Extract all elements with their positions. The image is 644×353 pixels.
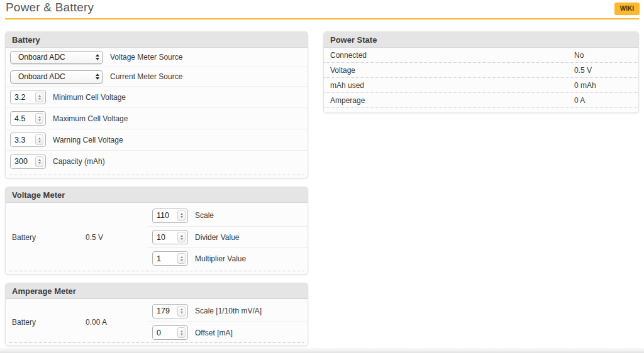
voltage-meter-source-value: Onboard ADC bbox=[18, 53, 65, 62]
ps-mah-used-label: mAh used bbox=[330, 81, 364, 90]
current-meter-source-select[interactable]: Onboard ADC bbox=[10, 70, 103, 84]
select-arrows-icon bbox=[96, 73, 99, 80]
maximum-cell-voltage-input[interactable] bbox=[12, 114, 32, 123]
stepper-icon[interactable] bbox=[177, 306, 186, 317]
vm-multiplier-row: Multiplier Value bbox=[147, 247, 307, 269]
amperage-meter-source-name: Battery bbox=[12, 318, 36, 327]
warning-cell-voltage-row: Warning Cell Voltage bbox=[6, 129, 308, 151]
vm-divider-field bbox=[152, 230, 188, 244]
warning-cell-voltage-label: Warning Cell Voltage bbox=[53, 136, 123, 144]
table-row: Voltage 0.5 V bbox=[324, 63, 638, 78]
ps-connected-value: No bbox=[574, 51, 584, 60]
stepper-icon[interactable] bbox=[177, 210, 186, 221]
warning-cell-voltage-field bbox=[10, 133, 46, 147]
stepper-icon[interactable] bbox=[177, 232, 186, 242]
vm-scale-row: Scale bbox=[147, 205, 307, 226]
maximum-cell-voltage-row: Maximum Cell Voltage bbox=[6, 108, 308, 129]
minimum-cell-voltage-row: Minimum Cell Voltage bbox=[6, 87, 308, 108]
voltage-meter-source-label: Voltage Meter Source bbox=[110, 53, 182, 62]
vm-scale-input[interactable] bbox=[154, 211, 174, 220]
wiki-button[interactable]: WIKI bbox=[614, 3, 640, 15]
current-meter-source-value: Onboard ADC bbox=[18, 72, 65, 81]
am-scale-row: Scale [1/10th mV/A] bbox=[147, 300, 307, 322]
amperage-meter-panel: Amperage Meter Battery 0.00 A Scale [1/1… bbox=[5, 283, 308, 346]
voltage-meter-panel: Voltage Meter Battery 0.5 V Scale Divide… bbox=[5, 187, 308, 274]
stepper-icon[interactable] bbox=[35, 134, 43, 145]
power-state-panel: Power State Connected No Voltage 0.5 V m… bbox=[323, 31, 639, 113]
table-row: Amperage 0 A bbox=[324, 93, 638, 108]
capacity-input[interactable] bbox=[12, 157, 32, 166]
vm-multiplier-label: Multiplier Value bbox=[195, 254, 246, 263]
table-row: mAh used 0 mAh bbox=[324, 78, 638, 93]
select-arrows-icon bbox=[96, 54, 99, 60]
capacity-row: Capacity (mAh) bbox=[6, 151, 308, 172]
minimum-cell-voltage-input[interactable] bbox=[12, 93, 32, 102]
voltage-meter-source-row: Onboard ADC Voltage Meter Source bbox=[6, 48, 308, 67]
maximum-cell-voltage-field bbox=[10, 111, 46, 126]
minimum-cell-voltage-field bbox=[10, 90, 46, 104]
vm-divider-label: Divider Value bbox=[195, 233, 239, 242]
am-offset-field bbox=[152, 325, 188, 340]
ps-amperage-label: Amperage bbox=[330, 96, 365, 105]
ps-voltage-value: 0.5 V bbox=[574, 66, 592, 75]
capacity-field bbox=[10, 155, 46, 169]
vm-multiplier-field bbox=[152, 251, 188, 266]
amperage-meter-body: Battery 0.00 A Scale [1/10th mV/A] Offse… bbox=[6, 299, 308, 343]
ps-connected-label: Connected bbox=[330, 51, 367, 60]
warning-cell-voltage-input[interactable] bbox=[12, 136, 32, 144]
ps-voltage-label: Voltage bbox=[330, 66, 355, 75]
title-underline bbox=[5, 18, 639, 19]
vm-divider-input[interactable] bbox=[154, 233, 174, 242]
footer-strip bbox=[0, 349, 644, 353]
voltage-meter-source-name: Battery bbox=[12, 233, 36, 242]
vm-divider-row: Divider Value bbox=[147, 226, 307, 247]
maximum-cell-voltage-label: Maximum Cell Voltage bbox=[53, 114, 128, 123]
am-offset-label: Offset [mA] bbox=[195, 329, 233, 337]
amperage-meter-fields: Scale [1/10th mV/A] Offset [mA] bbox=[147, 300, 307, 343]
ps-amperage-value: 0 A bbox=[574, 96, 585, 105]
stepper-icon[interactable] bbox=[177, 327, 186, 338]
voltage-meter-fields: Scale Divider Value Multiplier Value bbox=[147, 205, 307, 269]
ps-mah-used-value: 0 mAh bbox=[574, 81, 596, 90]
stepper-icon[interactable] bbox=[35, 156, 43, 167]
vm-scale-field bbox=[152, 209, 188, 223]
minimum-cell-voltage-label: Minimum Cell Voltage bbox=[53, 93, 126, 102]
am-offset-row: Offset [mA] bbox=[147, 322, 307, 343]
battery-panel: Battery Onboard ADC Voltage Meter Source… bbox=[5, 31, 308, 178]
current-meter-source-label: Current Meter Source bbox=[110, 72, 182, 81]
voltage-meter-body: Battery 0.5 V Scale Divider Value bbox=[6, 203, 308, 269]
table-row: Connected No bbox=[324, 48, 638, 63]
am-scale-field bbox=[152, 304, 188, 318]
vm-scale-label: Scale bbox=[195, 211, 214, 220]
stepper-icon[interactable] bbox=[35, 113, 43, 124]
page-title: Power & Battery bbox=[6, 1, 94, 14]
stepper-icon[interactable] bbox=[35, 92, 43, 102]
capacity-label: Capacity (mAh) bbox=[53, 157, 105, 166]
voltage-meter-reading: 0.5 V bbox=[86, 233, 103, 242]
voltage-meter-panel-title: Voltage Meter bbox=[6, 187, 308, 203]
stepper-icon[interactable] bbox=[177, 253, 186, 264]
current-meter-source-row: Onboard ADC Current Meter Source bbox=[6, 67, 308, 87]
am-scale-input[interactable] bbox=[154, 307, 174, 315]
am-scale-label: Scale [1/10th mV/A] bbox=[195, 307, 262, 315]
vm-multiplier-input[interactable] bbox=[154, 254, 174, 263]
amperage-meter-panel-title: Amperage Meter bbox=[6, 283, 308, 299]
battery-panel-title: Battery bbox=[6, 32, 308, 48]
amperage-meter-reading: 0.00 A bbox=[86, 318, 107, 327]
voltage-meter-source-select[interactable]: Onboard ADC bbox=[10, 51, 103, 64]
power-state-panel-title: Power State bbox=[324, 32, 638, 48]
am-offset-input[interactable] bbox=[154, 329, 174, 337]
